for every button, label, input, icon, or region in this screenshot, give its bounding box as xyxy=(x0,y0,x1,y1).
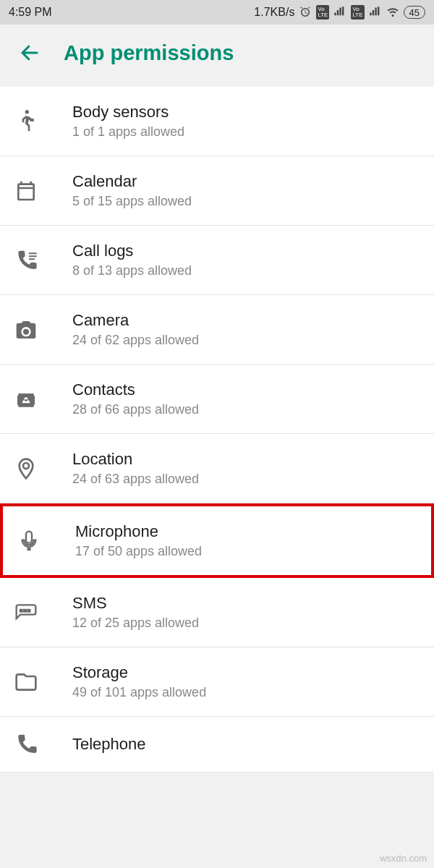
running-icon xyxy=(14,110,51,133)
permission-item-body-sensors[interactable]: Body sensors1 of 1 apps allowed xyxy=(0,87,434,156)
signal-icon-2 xyxy=(369,6,382,19)
permission-item-storage[interactable]: Storage49 of 101 apps allowed xyxy=(0,647,434,717)
folder-icon xyxy=(14,671,51,694)
phone-icon xyxy=(14,733,51,756)
permission-subtitle: 24 of 62 apps allowed xyxy=(72,333,199,348)
permission-text: Camera24 of 62 apps allowed xyxy=(72,311,199,348)
status-time: 4:59 PM xyxy=(9,6,52,19)
permission-text: Location24 of 63 apps allowed xyxy=(72,450,199,487)
permission-item-contacts[interactable]: Contacts28 of 66 apps allowed xyxy=(0,365,434,434)
permission-item-microphone[interactable]: Microphone17 of 50 apps allowed xyxy=(0,503,434,578)
wifi-icon xyxy=(386,6,399,19)
watermark: wsxdn.com xyxy=(380,853,427,864)
permission-title: Contacts xyxy=(72,380,199,399)
permission-text: SMS12 of 25 apps allowed xyxy=(72,594,199,631)
calendar-icon xyxy=(14,179,51,203)
permission-subtitle: 49 of 101 apps allowed xyxy=(72,685,206,700)
microphone-icon xyxy=(17,529,54,553)
permission-item-camera[interactable]: Camera24 of 62 apps allowed xyxy=(0,295,434,365)
permission-item-calendar[interactable]: Calendar5 of 15 apps allowed xyxy=(0,156,434,226)
permission-item-sms[interactable]: SMS12 of 25 apps allowed xyxy=(0,578,434,647)
permissions-list: Body sensors1 of 1 apps allowedCalendar5… xyxy=(0,87,434,773)
page-title: App permissions xyxy=(64,41,234,65)
sms-icon xyxy=(14,601,51,624)
permission-title: Location xyxy=(72,450,199,469)
permission-text: Telephone xyxy=(72,735,146,754)
permission-title: Telephone xyxy=(72,735,146,754)
permission-text: Calendar5 of 15 apps allowed xyxy=(72,172,192,209)
camera-icon xyxy=(14,318,51,341)
status-bar: 4:59 PM 1.7KB/s VoLTE VoLTE 45 xyxy=(0,0,434,25)
permission-text: Microphone17 of 50 apps allowed xyxy=(75,522,202,559)
permission-text: Body sensors1 of 1 apps allowed xyxy=(72,103,184,140)
volte-badge-2: VoLTE xyxy=(351,5,364,20)
permission-subtitle: 24 of 63 apps allowed xyxy=(72,472,199,487)
alarm-icon xyxy=(299,6,312,19)
back-button[interactable] xyxy=(16,39,43,67)
app-bar: App permissions xyxy=(0,25,434,87)
permission-subtitle: 1 of 1 apps allowed xyxy=(72,124,184,140)
permission-item-telephone[interactable]: Telephone xyxy=(0,717,434,773)
permission-subtitle: 8 of 13 apps allowed xyxy=(72,263,192,278)
permission-title: Camera xyxy=(72,311,199,330)
permission-item-location[interactable]: Location24 of 63 apps allowed xyxy=(0,434,434,503)
permission-item-call-logs[interactable]: Call logs8 of 13 apps allowed xyxy=(0,226,434,295)
permission-title: Storage xyxy=(72,663,206,682)
back-arrow-icon xyxy=(19,42,41,64)
volte-badge-1: VoLTE xyxy=(316,5,329,20)
status-data-rate: 1.7KB/s xyxy=(254,6,294,19)
permission-title: Body sensors xyxy=(72,103,184,122)
status-indicators: 1.7KB/s VoLTE VoLTE 45 xyxy=(254,5,425,20)
signal-icon-1 xyxy=(333,6,346,19)
contacts-icon xyxy=(14,388,51,411)
permission-text: Call logs8 of 13 apps allowed xyxy=(72,242,192,278)
permission-text: Storage49 of 101 apps allowed xyxy=(72,663,206,700)
permission-title: Call logs xyxy=(72,242,192,260)
permission-subtitle: 5 of 15 apps allowed xyxy=(72,194,192,209)
location-icon xyxy=(14,457,51,480)
permission-title: Calendar xyxy=(72,172,192,191)
permission-title: SMS xyxy=(72,594,199,613)
permission-subtitle: 28 of 66 apps allowed xyxy=(72,402,199,417)
permission-subtitle: 12 of 25 apps allowed xyxy=(72,616,199,631)
permission-text: Contacts28 of 66 apps allowed xyxy=(72,380,199,417)
phone-list-icon xyxy=(14,249,51,272)
permission-title: Microphone xyxy=(75,522,202,541)
battery-indicator: 45 xyxy=(404,6,425,19)
permission-subtitle: 17 of 50 apps allowed xyxy=(75,544,202,559)
